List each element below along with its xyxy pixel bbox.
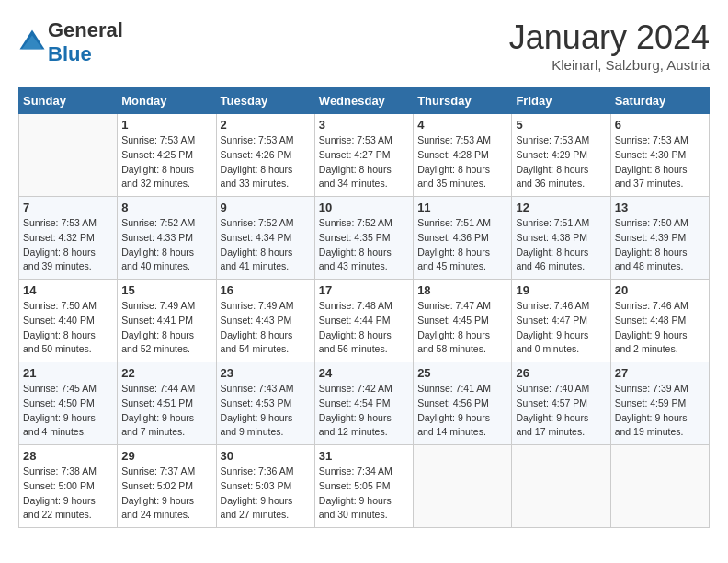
calendar-cell: 26Sunrise: 7:40 AMSunset: 4:57 PMDayligh… [512, 362, 610, 445]
calendar-cell: 19Sunrise: 7:46 AMSunset: 4:47 PMDayligh… [512, 280, 610, 362]
day-info: Sunrise: 7:51 AMSunset: 4:36 PMDaylight:… [417, 216, 507, 274]
day-number: 7 [23, 201, 113, 214]
calendar-table: SundayMondayTuesdayWednesdayThursdayFrid… [18, 87, 710, 528]
calendar-cell: 28Sunrise: 7:38 AMSunset: 5:00 PMDayligh… [19, 445, 118, 528]
calendar-cell: 6Sunrise: 7:53 AMSunset: 4:30 PMDaylight… [610, 114, 709, 197]
day-info: Sunrise: 7:52 AMSunset: 4:35 PMDaylight:… [319, 216, 409, 274]
calendar-week-row: 14Sunrise: 7:50 AMSunset: 4:40 PMDayligh… [19, 280, 710, 362]
day-number: 13 [615, 201, 705, 214]
calendar-cell: 21Sunrise: 7:45 AMSunset: 4:50 PMDayligh… [19, 362, 118, 445]
weekday-header: Wednesday [314, 88, 413, 114]
day-info: Sunrise: 7:39 AMSunset: 4:59 PMDaylight:… [615, 382, 705, 440]
day-info: Sunrise: 7:52 AMSunset: 4:33 PMDaylight:… [121, 216, 211, 274]
day-number: 4 [417, 118, 507, 132]
day-info: Sunrise: 7:53 AMSunset: 4:28 PMDaylight:… [417, 133, 507, 191]
calendar-cell: 9Sunrise: 7:52 AMSunset: 4:34 PMDaylight… [216, 197, 314, 280]
weekday-header: Tuesday [216, 88, 314, 114]
day-number: 6 [615, 118, 705, 132]
calendar-body: 1Sunrise: 7:53 AMSunset: 4:25 PMDaylight… [19, 114, 710, 528]
calendar-cell [512, 445, 610, 528]
calendar-cell: 2Sunrise: 7:53 AMSunset: 4:26 PMDaylight… [216, 114, 314, 197]
calendar-cell [414, 445, 512, 528]
day-number: 5 [516, 118, 606, 132]
calendar-cell: 31Sunrise: 7:34 AMSunset: 5:05 PMDayligh… [314, 445, 413, 528]
weekday-header: Sunday [19, 88, 118, 114]
day-info: Sunrise: 7:52 AMSunset: 4:34 PMDaylight:… [221, 216, 311, 274]
calendar-cell: 30Sunrise: 7:36 AMSunset: 5:03 PMDayligh… [216, 445, 314, 528]
calendar-cell: 12Sunrise: 7:51 AMSunset: 4:38 PMDayligh… [512, 197, 610, 280]
calendar-week-row: 28Sunrise: 7:38 AMSunset: 5:00 PMDayligh… [19, 445, 710, 528]
logo-general: General [48, 18, 123, 41]
day-number: 9 [221, 201, 311, 214]
day-number: 1 [121, 118, 211, 132]
day-info: Sunrise: 7:37 AMSunset: 5:02 PMDaylight:… [121, 465, 211, 523]
day-number: 23 [221, 366, 311, 380]
day-info: Sunrise: 7:41 AMSunset: 4:56 PMDaylight:… [417, 382, 507, 440]
day-number: 12 [516, 201, 606, 214]
calendar-cell: 5Sunrise: 7:53 AMSunset: 4:29 PMDaylight… [512, 114, 610, 197]
calendar-cell: 4Sunrise: 7:53 AMSunset: 4:28 PMDaylight… [414, 114, 512, 197]
day-number: 17 [319, 283, 409, 297]
day-info: Sunrise: 7:53 AMSunset: 4:32 PMDaylight:… [23, 216, 113, 274]
calendar-cell: 29Sunrise: 7:37 AMSunset: 5:02 PMDayligh… [118, 445, 216, 528]
day-info: Sunrise: 7:53 AMSunset: 4:29 PMDaylight:… [516, 133, 606, 191]
day-info: Sunrise: 7:48 AMSunset: 4:44 PMDaylight:… [319, 299, 409, 357]
day-number: 25 [417, 366, 507, 380]
day-number: 16 [221, 283, 311, 297]
weekday-header: Monday [118, 88, 216, 114]
day-number: 19 [516, 283, 606, 297]
day-number: 3 [319, 118, 409, 132]
calendar-cell: 25Sunrise: 7:41 AMSunset: 4:56 PMDayligh… [414, 362, 512, 445]
day-info: Sunrise: 7:53 AMSunset: 4:27 PMDaylight:… [319, 133, 409, 191]
day-number: 28 [23, 449, 113, 463]
day-info: Sunrise: 7:53 AMSunset: 4:25 PMDaylight:… [121, 133, 211, 191]
calendar-cell: 16Sunrise: 7:49 AMSunset: 4:43 PMDayligh… [216, 280, 314, 362]
calendar-cell: 22Sunrise: 7:44 AMSunset: 4:51 PMDayligh… [118, 362, 216, 445]
day-info: Sunrise: 7:43 AMSunset: 4:53 PMDaylight:… [221, 382, 311, 440]
day-info: Sunrise: 7:44 AMSunset: 4:51 PMDaylight:… [121, 382, 211, 440]
logo-blue: Blue [48, 42, 92, 65]
day-number: 21 [23, 366, 113, 380]
day-number: 11 [417, 201, 507, 214]
day-info: Sunrise: 7:45 AMSunset: 4:50 PMDaylight:… [23, 382, 113, 440]
day-number: 14 [23, 283, 113, 297]
calendar-week-row: 21Sunrise: 7:45 AMSunset: 4:50 PMDayligh… [19, 362, 710, 445]
day-info: Sunrise: 7:36 AMSunset: 5:03 PMDaylight:… [221, 465, 311, 523]
day-info: Sunrise: 7:49 AMSunset: 4:43 PMDaylight:… [221, 299, 311, 357]
calendar-cell: 20Sunrise: 7:46 AMSunset: 4:48 PMDayligh… [610, 280, 709, 362]
calendar-cell: 10Sunrise: 7:52 AMSunset: 4:35 PMDayligh… [314, 197, 413, 280]
day-number: 29 [121, 449, 211, 463]
weekday-header: Thursday [414, 88, 512, 114]
day-info: Sunrise: 7:50 AMSunset: 4:40 PMDaylight:… [23, 299, 113, 357]
calendar-cell: 13Sunrise: 7:50 AMSunset: 4:39 PMDayligh… [610, 197, 709, 280]
calendar-cell: 27Sunrise: 7:39 AMSunset: 4:59 PMDayligh… [610, 362, 709, 445]
calendar-cell: 8Sunrise: 7:52 AMSunset: 4:33 PMDaylight… [118, 197, 216, 280]
calendar-cell [19, 114, 118, 197]
weekday-header: Friday [512, 88, 610, 114]
calendar-cell: 15Sunrise: 7:49 AMSunset: 4:41 PMDayligh… [118, 280, 216, 362]
day-number: 20 [615, 283, 705, 297]
calendar-cell [610, 445, 709, 528]
day-number: 8 [121, 201, 211, 214]
calendar-cell: 17Sunrise: 7:48 AMSunset: 4:44 PMDayligh… [314, 280, 413, 362]
day-info: Sunrise: 7:42 AMSunset: 4:54 PMDaylight:… [319, 382, 409, 440]
day-info: Sunrise: 7:40 AMSunset: 4:57 PMDaylight:… [516, 382, 606, 440]
day-number: 31 [319, 449, 409, 463]
calendar-cell: 7Sunrise: 7:53 AMSunset: 4:32 PMDaylight… [19, 197, 118, 280]
calendar-cell: 23Sunrise: 7:43 AMSunset: 4:53 PMDayligh… [216, 362, 314, 445]
day-info: Sunrise: 7:47 AMSunset: 4:45 PMDaylight:… [417, 299, 507, 357]
calendar-header-row: SundayMondayTuesdayWednesdayThursdayFrid… [19, 88, 710, 114]
day-info: Sunrise: 7:51 AMSunset: 4:38 PMDaylight:… [516, 216, 606, 274]
day-info: Sunrise: 7:46 AMSunset: 4:47 PMDaylight:… [516, 299, 606, 357]
logo: General Blue [18, 18, 123, 66]
logo-icon [18, 29, 46, 56]
calendar-cell: 24Sunrise: 7:42 AMSunset: 4:54 PMDayligh… [314, 362, 413, 445]
day-number: 24 [319, 366, 409, 380]
day-info: Sunrise: 7:49 AMSunset: 4:41 PMDaylight:… [121, 299, 211, 357]
title-block: January 2024 Kleinarl, Salzburg, Austria [509, 18, 710, 73]
day-number: 18 [417, 283, 507, 297]
calendar-cell: 11Sunrise: 7:51 AMSunset: 4:36 PMDayligh… [414, 197, 512, 280]
calendar-cell: 3Sunrise: 7:53 AMSunset: 4:27 PMDaylight… [314, 114, 413, 197]
day-number: 2 [221, 118, 311, 132]
calendar-cell: 14Sunrise: 7:50 AMSunset: 4:40 PMDayligh… [19, 280, 118, 362]
